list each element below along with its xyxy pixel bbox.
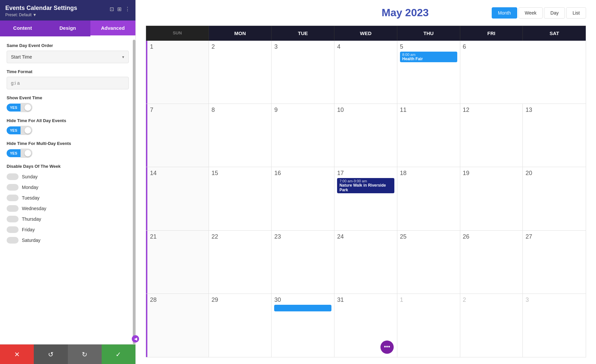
- tab-design[interactable]: Design: [45, 21, 90, 36]
- cell-may-23[interactable]: 23: [272, 231, 334, 294]
- day-checkbox-wednesday[interactable]: [7, 205, 19, 212]
- cell-number-9: 9: [274, 107, 331, 114]
- tab-content[interactable]: Content: [0, 21, 45, 36]
- cell-may-6[interactable]: 6: [460, 41, 523, 104]
- cell-may-19[interactable]: 19: [460, 167, 523, 230]
- cell-may-30[interactable]: 30: [272, 294, 334, 357]
- cell-may-15[interactable]: 15: [209, 167, 272, 230]
- cell-number-29: 29: [212, 296, 269, 303]
- day-checkbox-sunday[interactable]: [7, 173, 19, 180]
- cell-may-28: 28: [146, 294, 209, 357]
- cell-may-12[interactable]: 12: [460, 104, 523, 167]
- health-fair-name: Health Fair: [402, 57, 455, 61]
- cell-jun-1[interactable]: 1: [397, 294, 460, 357]
- panel-subtitle[interactable]: Preset: Default ▼: [5, 13, 77, 17]
- same-day-event-order-select-wrap: Start Time End Time Title: [7, 51, 129, 63]
- cell-may-29[interactable]: 29: [209, 294, 272, 357]
- day-row-tuesday: Tuesday: [7, 193, 129, 203]
- day-checkbox-monday[interactable]: [7, 184, 19, 191]
- health-fair-event[interactable]: 8:00 am Health Fair: [400, 52, 457, 62]
- day-name-friday: Friday: [22, 227, 35, 232]
- day-row-wednesday: Wednesday: [7, 203, 129, 214]
- save-icon: ✓: [116, 350, 121, 358]
- day-header-thu: THU: [397, 26, 460, 41]
- redo-button[interactable]: ↻: [68, 344, 102, 364]
- view-list-button[interactable]: List: [566, 7, 586, 19]
- cell-may-20[interactable]: 20: [523, 167, 586, 230]
- day-row-sunday: Sunday: [7, 171, 129, 182]
- cell-may-18[interactable]: 18: [397, 167, 460, 230]
- day-row-monday: Monday: [7, 182, 129, 193]
- cell-may-26[interactable]: 26: [460, 231, 523, 294]
- view-week-button[interactable]: Week: [519, 7, 543, 19]
- cell-number-17: 17: [337, 170, 394, 177]
- day-checkbox-saturday[interactable]: [7, 237, 19, 244]
- day-name-monday: Monday: [22, 185, 38, 190]
- cell-may-3[interactable]: 3: [272, 41, 334, 104]
- calendar-title: May 2023: [319, 7, 491, 19]
- nature-walk-event[interactable]: 7:00 am-9:00 am Nature Walk in Riverside…: [337, 178, 394, 193]
- resize-handle[interactable]: [133, 40, 135, 344]
- hide-time-multi-day-track: [21, 149, 32, 158]
- cell-may-27[interactable]: 27: [523, 231, 586, 294]
- cell-number-27: 27: [525, 233, 583, 240]
- cell-may-25[interactable]: 25: [397, 231, 460, 294]
- cell-jun-3[interactable]: 3: [523, 294, 586, 357]
- cell-number-23: 23: [274, 233, 331, 240]
- cell-number-20: 20: [525, 170, 583, 177]
- show-event-time-label: Show Event Time: [7, 95, 129, 100]
- bottom-toolbar: ✕ ↺ ↻ ✓: [0, 344, 135, 364]
- hide-time-all-day-yes: YES: [7, 126, 21, 134]
- cancel-button[interactable]: ✕: [0, 344, 34, 364]
- day-checkbox-tuesday[interactable]: [7, 195, 19, 201]
- show-event-time-yes: YES: [7, 104, 21, 112]
- save-button[interactable]: ✓: [102, 344, 135, 364]
- hide-time-all-day-toggle[interactable]: YES: [7, 126, 129, 135]
- cell-may-16[interactable]: 16: [272, 167, 334, 230]
- panel-header: Events Calendar Settings Preset: Default…: [0, 0, 135, 21]
- day-checkbox-thursday[interactable]: [7, 216, 19, 222]
- expand-icon[interactable]: ⊞: [117, 6, 122, 12]
- hide-time-multi-day-toggle[interactable]: YES: [7, 149, 129, 158]
- view-month-button[interactable]: Month: [492, 7, 517, 19]
- cell-number-25: 25: [400, 233, 457, 240]
- cell-may-14: 14: [146, 167, 209, 230]
- cell-may-10[interactable]: 10: [334, 104, 397, 167]
- calendar-body: 1 2 3 4 5 8:00 am Health Fair: [146, 41, 586, 357]
- show-event-time-toggle[interactable]: YES: [7, 103, 129, 112]
- day-checkbox-friday[interactable]: [7, 226, 19, 233]
- cell-may-24[interactable]: 24: [334, 231, 397, 294]
- calendar-days-header: SUN MON TUE WED THU FRI SAT: [146, 26, 586, 41]
- more-events-button[interactable]: •••: [380, 341, 394, 354]
- cell-may-17[interactable]: 17 7:00 am-9:00 am Nature Walk in Rivers…: [334, 167, 397, 230]
- calendar-week-4: 21 22 23 24 25 26 27: [146, 231, 586, 294]
- show-event-time-track: [21, 103, 32, 112]
- cell-may-11[interactable]: 11: [397, 104, 460, 167]
- more-icon[interactable]: ⋮: [125, 6, 130, 12]
- time-format-input[interactable]: [7, 77, 129, 89]
- hide-time-multi-day-label: Hide Time For Multi-Day Events: [7, 141, 129, 146]
- cell-may-2[interactable]: 2: [209, 41, 272, 104]
- more-events-icon: •••: [384, 343, 390, 350]
- cell-may-9[interactable]: 9: [272, 104, 334, 167]
- panel-title: Events Calendar Settings: [5, 5, 77, 12]
- cell-number-19: 19: [463, 170, 520, 177]
- cell-jun-2[interactable]: 2: [460, 294, 523, 357]
- view-day-button[interactable]: Day: [544, 7, 565, 19]
- cell-may-5[interactable]: 5 8:00 am Health Fair: [397, 41, 460, 104]
- hide-time-all-day-track: [21, 126, 32, 135]
- same-day-event-order-select[interactable]: Start Time End Time Title: [7, 51, 129, 63]
- cell-may-22[interactable]: 22: [209, 231, 272, 294]
- cell-number-13: 13: [525, 107, 583, 114]
- nature-walk-time: 7:00 am-9:00 am: [339, 179, 392, 183]
- undo-button[interactable]: ↺: [34, 344, 68, 364]
- tab-advanced[interactable]: Advanced: [90, 21, 135, 36]
- cell-may-13[interactable]: 13: [523, 104, 586, 167]
- cell-number-10: 10: [337, 107, 394, 114]
- cell-may-4[interactable]: 4: [334, 41, 397, 104]
- cell-may-31[interactable]: 31 •••: [334, 294, 397, 357]
- minimize-icon[interactable]: ⊡: [110, 6, 114, 12]
- cell-may-8[interactable]: 8: [209, 104, 272, 167]
- may-30-event[interactable]: [274, 305, 331, 311]
- cell-number-30: 30: [274, 296, 331, 303]
